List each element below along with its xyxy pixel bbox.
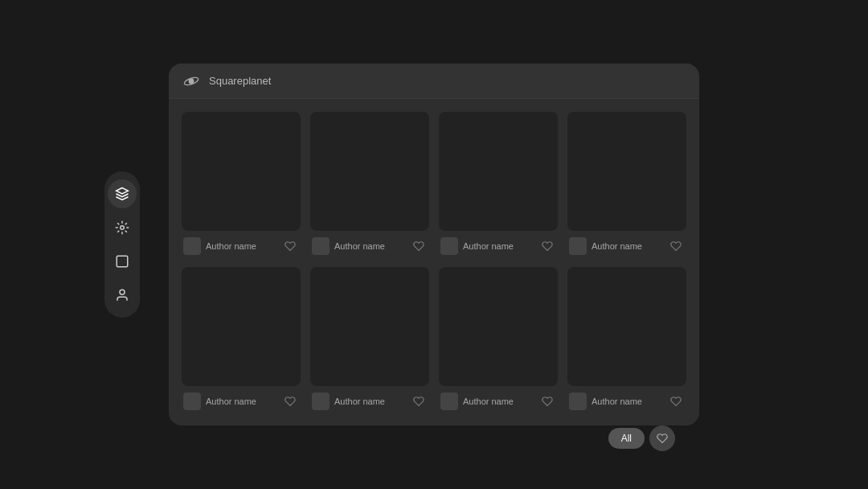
author-info-7: Author name <box>440 392 514 410</box>
card-thumbnail-4[interactable] <box>567 112 686 231</box>
author-name-1: Author name <box>206 241 256 251</box>
author-name-4: Author name <box>592 241 642 251</box>
card-footer-8: Author name <box>567 392 686 410</box>
author-info-5: Author name <box>183 392 256 410</box>
all-button[interactable]: All <box>608 428 645 449</box>
svg-point-4 <box>189 79 194 84</box>
card-footer-6: Author name <box>310 392 429 410</box>
svg-rect-1 <box>117 256 128 267</box>
author-info-6: Author name <box>312 392 385 410</box>
bottom-heart-button[interactable] <box>649 425 675 451</box>
sidebar-icon-square[interactable] <box>108 247 137 276</box>
card-1: Author name <box>182 112 301 257</box>
sidebar <box>104 171 140 318</box>
card-4: Author name <box>567 112 686 257</box>
card-thumbnail-8[interactable] <box>567 267 686 386</box>
card-thumbnail-7[interactable] <box>439 267 558 386</box>
card-thumbnail-1[interactable] <box>182 112 301 231</box>
card-6: Author name <box>310 267 429 413</box>
author-avatar-5 <box>183 392 201 410</box>
author-name-6: Author name <box>334 397 385 406</box>
like-button-6[interactable] <box>410 392 428 410</box>
svg-point-0 <box>121 226 125 230</box>
card-footer-3: Author name <box>439 237 558 255</box>
card-thumbnail-2[interactable] <box>310 112 429 231</box>
like-button-8[interactable] <box>667 392 685 410</box>
author-info-1: Author name <box>183 237 256 255</box>
like-button-7[interactable] <box>538 392 556 410</box>
author-name-7: Author name <box>463 397 514 406</box>
like-button-5[interactable] <box>281 392 299 410</box>
app-title: Squareplanet <box>209 75 271 87</box>
app-logo-icon <box>182 72 201 91</box>
author-name-3: Author name <box>463 241 514 251</box>
card-thumbnail-5[interactable] <box>182 267 301 386</box>
card-footer-2: Author name <box>310 237 429 255</box>
author-name-8: Author name <box>592 397 642 406</box>
card-footer-4: Author name <box>567 237 686 255</box>
like-button-1[interactable] <box>281 237 299 255</box>
card-5: Author name <box>182 267 301 413</box>
card-footer-7: Author name <box>439 392 558 410</box>
card-footer-5: Author name <box>182 392 301 410</box>
card-footer-1: Author name <box>182 237 301 255</box>
like-button-2[interactable] <box>410 237 428 255</box>
sidebar-icon-filter[interactable] <box>108 213 137 242</box>
bottom-bar: All <box>608 425 675 451</box>
content-grid: Author name Author n <box>169 99 699 425</box>
author-avatar-1 <box>183 237 201 255</box>
author-info-8: Author name <box>569 392 642 410</box>
author-avatar-4 <box>569 237 587 255</box>
author-avatar-2 <box>312 237 330 255</box>
card-7: Author name <box>439 267 558 413</box>
sidebar-icon-profile[interactable] <box>108 281 137 310</box>
card-2: Author name <box>310 112 429 257</box>
author-info-3: Author name <box>440 237 514 255</box>
author-avatar-6 <box>312 392 330 410</box>
like-button-4[interactable] <box>667 237 685 255</box>
card-thumbnail-3[interactable] <box>439 112 558 231</box>
card-3: Author name <box>439 112 558 257</box>
card-thumbnail-6[interactable] <box>310 267 429 386</box>
app-container: Squareplanet Author name <box>0 0 868 489</box>
author-info-4: Author name <box>569 237 642 255</box>
author-name-5: Author name <box>206 397 256 406</box>
author-avatar-3 <box>440 237 458 255</box>
author-info-2: Author name <box>312 237 385 255</box>
like-button-3[interactable] <box>538 237 556 255</box>
author-name-2: Author name <box>334 241 385 251</box>
author-avatar-8 <box>569 392 587 410</box>
sidebar-icon-layers[interactable] <box>108 179 137 208</box>
author-avatar-7 <box>440 392 458 410</box>
window-header: Squareplanet <box>169 64 699 99</box>
svg-point-2 <box>120 290 125 294</box>
card-8: Author name <box>567 267 686 413</box>
main-window: Squareplanet Author name <box>169 64 699 425</box>
